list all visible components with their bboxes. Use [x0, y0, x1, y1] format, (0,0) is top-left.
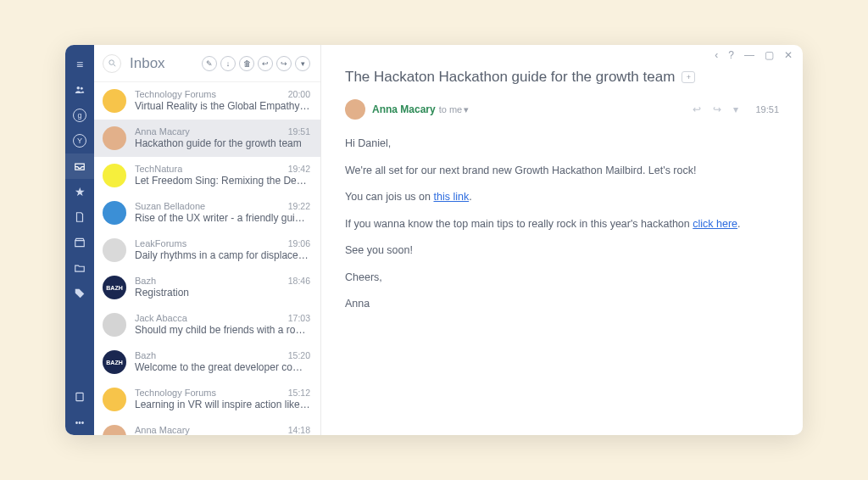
- body-line: Cheers,: [345, 271, 779, 286]
- message-title: The Hackaton Hackathon guide for the gro…: [345, 69, 779, 86]
- sender-name: Jack Abacca: [135, 313, 187, 323]
- message-meta: Anna Macary to me ▾ ↩↪▾19:51: [345, 99, 779, 120]
- sender-name: Bazh: [135, 350, 156, 360]
- back-icon[interactable]: ‹: [715, 49, 718, 61]
- sender-name: Suzan Belladone: [135, 201, 205, 211]
- svg-point-3: [108, 60, 114, 65]
- avatar: [103, 164, 126, 187]
- message-item[interactable]: LeakForums19:06Daily rhythms in a camp f…: [94, 232, 320, 269]
- message-item[interactable]: Jack Abacca17:03Should my child be frien…: [94, 306, 320, 343]
- close-icon[interactable]: ✕: [784, 49, 793, 61]
- tips-link[interactable]: click here: [693, 218, 737, 230]
- message-title-text: The Hackaton Hackathon guide for the gro…: [345, 69, 675, 86]
- recipients-dropdown-icon[interactable]: ▾: [464, 104, 469, 115]
- message-subject: Rise of the UX writer - a friendly guide…: [135, 212, 310, 224]
- inbox-icon[interactable]: [65, 153, 94, 179]
- message-item[interactable]: BAZHBazh18:46Registration: [94, 269, 320, 306]
- forward-icon[interactable]: ↪: [276, 56, 292, 71]
- message-item[interactable]: Technology Forums15:12Learning in VR wil…: [94, 381, 320, 418]
- message-item[interactable]: BAZHBazh15:20Welcome to the great develo…: [94, 343, 320, 381]
- message-list-pane: Inbox ✎↓🗑↩↪▾ Technology Forums20:00Virtu…: [94, 45, 321, 435]
- avatar: BAZH: [103, 350, 126, 374]
- list-header: Inbox ✎↓🗑↩↪▾: [94, 45, 320, 82]
- message-item[interactable]: Suzan Belladone19:22Rise of the UX write…: [94, 194, 320, 232]
- avatar: [103, 388, 126, 411]
- message-subject: Virtual Reality is the Global Empathy Ma…: [135, 100, 310, 112]
- reading-pane: ‹ ? — ▢ ✕ The Hackaton Hackathon guide f…: [321, 45, 803, 435]
- reply-icon[interactable]: ↩: [693, 103, 701, 115]
- folder-title: Inbox: [130, 55, 165, 72]
- google-icon[interactable]: g: [65, 103, 94, 128]
- sender-name[interactable]: Anna Macary: [372, 103, 436, 115]
- body-line: See you soon!: [345, 243, 779, 259]
- body-line: If you wanna know the top main tips to r…: [345, 217, 779, 232]
- folder-icon[interactable]: [65, 255, 94, 281]
- archive-icon[interactable]: [65, 230, 94, 255]
- message-time: 20:00: [288, 89, 310, 99]
- message-subject: Should my child be friends with a robot…: [135, 324, 310, 336]
- nav-rail: ≡ g Y ★ •••: [65, 45, 94, 435]
- sender-name: Anna Macary: [135, 425, 190, 435]
- help-icon[interactable]: ?: [728, 49, 734, 61]
- message-time: 18:46: [288, 276, 310, 286]
- join-link[interactable]: this link: [433, 191, 469, 203]
- minimize-icon[interactable]: —: [744, 49, 754, 61]
- reply-icon[interactable]: ↩: [258, 56, 273, 71]
- delete-icon[interactable]: 🗑: [239, 56, 254, 71]
- more-icon[interactable]: •••: [65, 410, 94, 435]
- message-subject: Hackathon guide for the growth team: [135, 137, 310, 149]
- message-list: Technology Forums20:00Virtual Reality is…: [94, 82, 320, 435]
- compose-icon[interactable]: ✎: [202, 56, 217, 71]
- body-line: You can jois us on this link.: [345, 190, 779, 205]
- message-time: 15:12: [288, 388, 310, 398]
- message-item[interactable]: Technology Forums20:00Virtual Reality is…: [94, 82, 320, 120]
- message-subject: Daily rhythms in a camp for displaced pe…: [135, 249, 310, 261]
- star-icon[interactable]: ★: [65, 179, 94, 204]
- avatar: [103, 313, 126, 337]
- sender-name: Anna Macary: [135, 126, 190, 137]
- more-menu-icon[interactable]: ▾: [295, 56, 310, 71]
- app-window: ≡ g Y ★ ••• Inbo: [65, 45, 803, 435]
- message-time: 14:18: [288, 425, 310, 435]
- svg-point-1: [81, 87, 83, 90]
- yahoo-icon[interactable]: Y: [65, 128, 94, 153]
- sender-name: Technology Forums: [135, 388, 216, 398]
- message-time: 15:20: [288, 350, 310, 360]
- message-item[interactable]: TechNatura19:42Let Freedom Sing: Remixin…: [94, 157, 320, 194]
- avatar: [103, 238, 126, 262]
- avatar: BAZH: [103, 276, 126, 299]
- message-time: 19:22: [288, 201, 310, 211]
- tag-icon[interactable]: [65, 281, 94, 306]
- message-time: 19:51: [288, 126, 310, 137]
- message-time: 19:42: [288, 164, 310, 174]
- maximize-icon[interactable]: ▢: [765, 49, 774, 61]
- message-time: 17:03: [288, 313, 310, 323]
- download-icon[interactable]: ↓: [220, 56, 236, 71]
- contacts-icon[interactable]: [65, 77, 94, 103]
- sender-name: Bazh: [135, 276, 156, 286]
- add-tag-icon[interactable]: +: [682, 71, 695, 83]
- svg-rect-2: [76, 393, 83, 400]
- message-subject: Learning in VR will inspire action like …: [135, 399, 310, 410]
- sender-name: TechNatura: [135, 164, 182, 174]
- body-line: Anna: [345, 297, 779, 312]
- message-subject: Welcome to the great developer commu…: [135, 361, 310, 373]
- dropdown-icon[interactable]: ▾: [733, 103, 738, 115]
- addressbook-icon[interactable]: [65, 384, 94, 410]
- sender-name: LeakForums: [135, 238, 186, 248]
- avatar: [103, 201, 126, 225]
- sender-name: Technology Forums: [135, 89, 216, 99]
- body-line: Hi Daniel,: [345, 137, 779, 152]
- avatar: [103, 89, 126, 113]
- search-icon[interactable]: [103, 54, 121, 73]
- avatar: [103, 126, 126, 150]
- menu-icon[interactable]: ≡: [65, 52, 94, 77]
- message-subject: Registration: [135, 287, 310, 299]
- message-time: 19:06: [288, 238, 310, 248]
- message-item[interactable]: Anna Macary19:51Hackathon guide for the …: [94, 120, 320, 157]
- forward-icon[interactable]: ↪: [713, 103, 721, 115]
- svg-point-0: [77, 87, 81, 90]
- avatar: [103, 425, 126, 435]
- message-item[interactable]: Anna Macary14:18How Should We Tax Self-D…: [94, 418, 320, 435]
- file-icon[interactable]: [65, 204, 94, 230]
